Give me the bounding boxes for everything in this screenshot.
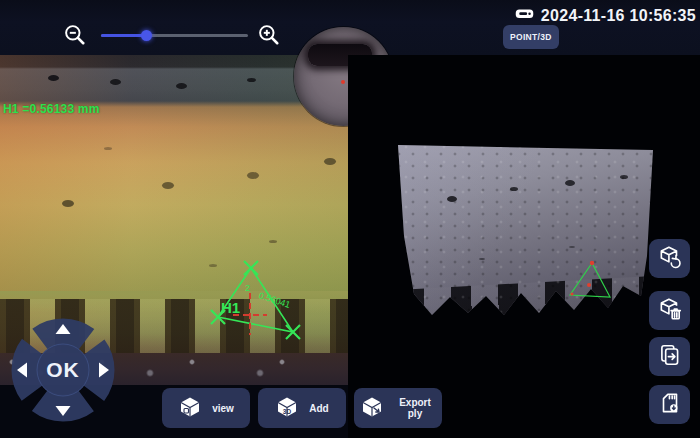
datetime-text: 2024-11-16 10:56:35 [541, 7, 696, 25]
svg-text:3D: 3D [283, 407, 292, 414]
magnifier-minus-icon [62, 22, 88, 52]
clock: 2024-11-16 10:56:35 [514, 3, 696, 28]
zoom-slider-fill [101, 34, 146, 37]
plate-holes [62, 200, 74, 207]
cube-3d-icon: 3D [275, 395, 299, 422]
dpad: OK [8, 315, 118, 425]
export-ply-button[interactable]: Export ply [354, 388, 442, 428]
zoom-out-button[interactable] [60, 22, 90, 52]
cube-reset-rotate-icon [657, 244, 683, 273]
plate-holes-top [48, 75, 59, 81]
point-cloud-holes [447, 196, 457, 202]
export-ply-button-label: Export ply [394, 397, 436, 419]
model-measurement-triangle [560, 255, 620, 307]
view-button-label: view [212, 403, 234, 414]
screen: POINT/3D 2024-11-16 10:56:35 [0, 0, 700, 438]
reset-model-button[interactable] [649, 239, 690, 278]
delete-model-button[interactable] [649, 291, 690, 330]
storage-drive-icon [514, 3, 535, 28]
save-to-sd-button[interactable] [649, 385, 690, 424]
add-button-label: Add [309, 403, 328, 414]
dpad-left-button[interactable] [8, 355, 38, 385]
export-file-icon [657, 342, 683, 371]
point-cloud [395, 138, 660, 328]
loupe-cursor-dot [341, 80, 345, 84]
add-button[interactable]: 3D Add [258, 388, 346, 428]
point-3d-mode-button[interactable]: POINT/3D [503, 25, 559, 49]
view-button[interactable]: view [162, 388, 250, 428]
magnifier-plus-icon [256, 22, 282, 52]
zoom-in-button[interactable] [254, 22, 284, 52]
dpad-right-button[interactable] [88, 355, 118, 385]
cube-view-icon [178, 395, 202, 422]
cube-delete-icon [657, 296, 683, 325]
save-sd-card-icon [657, 390, 683, 419]
dpad-down-button[interactable] [48, 395, 78, 425]
cube-export-icon [360, 395, 384, 422]
ok-button[interactable]: OK [37, 344, 89, 396]
zoom-slider[interactable] [101, 34, 248, 37]
zoom-slider-handle[interactable] [141, 30, 152, 41]
measurement-readout: H1 =0.56133 mm [3, 102, 100, 116]
export-file-button[interactable] [649, 337, 690, 376]
model-3d-view[interactable] [348, 55, 700, 438]
dpad-up-button[interactable] [48, 315, 78, 345]
